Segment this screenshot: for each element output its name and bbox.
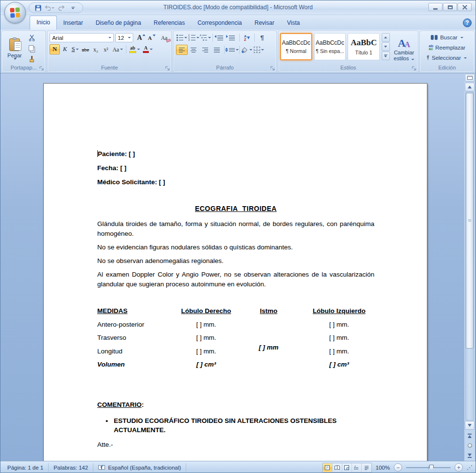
bullets-button[interactable]: [176, 33, 188, 43]
tab-insertar[interactable]: Insertar: [57, 17, 89, 30]
pilcrow-icon: ¶: [261, 34, 264, 41]
eraser-icon: [166, 39, 171, 43]
scroll-up-button[interactable]: [465, 83, 475, 91]
office-button[interactable]: [4, 2, 26, 23]
tab-correspondencia[interactable]: Correspondencia: [191, 17, 248, 30]
change-styles-button[interactable]: AA Cambiar estilos: [392, 33, 416, 64]
font-name-combobox[interactable]: Arial: [50, 33, 114, 42]
document-page[interactable]: Paciente: [ ] Fecha: [ ] Médico Solicita…: [43, 83, 427, 461]
copy-button[interactable]: [26, 44, 37, 53]
italic-button[interactable]: K: [60, 44, 70, 54]
sort-button[interactable]: AZ: [241, 33, 253, 43]
align-left-button[interactable]: [176, 45, 188, 55]
table-cell-left: [ ] mm.: [304, 321, 374, 328]
underline-button[interactable]: S: [70, 44, 80, 54]
previous-page-button[interactable]: [465, 431, 475, 440]
maximize-button[interactable]: [443, 3, 457, 11]
help-button[interactable]: ?: [463, 18, 472, 27]
styles-gallery-more-button[interactable]: [382, 52, 390, 60]
next-page-icon: [468, 454, 472, 458]
scroll-down-button[interactable]: [465, 421, 475, 430]
clear-formatting-button[interactable]: Aa: [159, 33, 169, 43]
tab-referencias[interactable]: Referencias: [147, 17, 191, 30]
ruler-toggle-button[interactable]: [465, 74, 475, 82]
web-layout-view-button[interactable]: [342, 463, 352, 472]
bold-button[interactable]: N: [50, 44, 60, 54]
font-color-button[interactable]: A: [141, 44, 154, 54]
spellcheck-icon: ✓: [98, 465, 105, 470]
zoom-out-button[interactable]: −: [394, 463, 402, 472]
zoom-level[interactable]: 100%: [376, 465, 390, 471]
increase-indent-button[interactable]: [226, 33, 238, 43]
outline-view-button[interactable]: [352, 463, 362, 472]
text-highlight-button[interactable]: ab: [128, 44, 141, 54]
scrollbar-track[interactable]: [465, 92, 474, 420]
style-titulo-1[interactable]: AaBbC Título 1: [348, 33, 379, 60]
full-screen-reading-view-button[interactable]: [333, 463, 342, 472]
numbering-button[interactable]: 1 2 3: [188, 33, 199, 43]
minimize-button[interactable]: [428, 3, 442, 11]
zoom-slider-thumb[interactable]: [429, 465, 434, 471]
zoom-in-button[interactable]: +: [455, 463, 463, 472]
select-browse-object-button[interactable]: [465, 441, 475, 450]
word-count[interactable]: Palabras: 142: [49, 463, 93, 472]
subscript-button[interactable]: x₂: [90, 44, 101, 54]
paste-label: Pegar: [7, 53, 21, 58]
next-page-button[interactable]: [465, 451, 475, 460]
align-center-button[interactable]: [188, 45, 199, 55]
group-label-portapapeles: Portapap...: [2, 64, 45, 72]
multilevel-list-icon: [200, 35, 207, 41]
paragraph-dialog-launcher[interactable]: [270, 66, 275, 71]
vertical-scrollbar: [464, 73, 475, 461]
justify-button[interactable]: [211, 45, 223, 55]
table-row-label-volumen: Volumen: [97, 361, 179, 368]
multilevel-list-button[interactable]: [199, 33, 211, 43]
tab-vista[interactable]: Vista: [281, 17, 306, 30]
align-left-icon: [179, 48, 185, 53]
paste-button[interactable]: Pegar: [3, 32, 26, 64]
bullets-dropdown-arrow: [184, 37, 187, 38]
format-painter-icon: [29, 56, 35, 63]
font-name-value: Arial: [52, 35, 63, 41]
shrink-font-button[interactable]: A: [146, 33, 156, 43]
table-row-label: Longitud: [97, 348, 179, 355]
spellcheck-status[interactable]: ✓ Español (España, tradicional): [93, 463, 186, 472]
print-layout-view-button[interactable]: [323, 463, 333, 472]
find-button[interactable]: Buscar: [423, 33, 471, 42]
tab-revisar[interactable]: Revisar: [248, 17, 281, 30]
borders-button[interactable]: [253, 45, 264, 55]
resize-grip[interactable]: [467, 465, 473, 471]
copy-icon: [29, 45, 34, 51]
tab-inicio[interactable]: Inicio: [30, 16, 57, 30]
shading-button[interactable]: [241, 45, 253, 55]
styles-scroll-up-button[interactable]: [382, 33, 390, 42]
close-button[interactable]: [458, 3, 472, 11]
cut-button[interactable]: [26, 33, 37, 43]
superscript-button[interactable]: x²: [101, 44, 111, 54]
style-normal[interactable]: AaBbCcDc ¶ Normal: [280, 33, 312, 60]
change-case-dropdown-arrow: [120, 49, 123, 50]
page-indicator[interactable]: Página: 1 de 1: [2, 463, 49, 472]
scrollbar-thumb[interactable]: [466, 93, 474, 349]
style-sin-espaciado[interactable]: AaBbCcDc ¶ Sin espa...: [314, 33, 346, 60]
select-button[interactable]: Seleccionar: [423, 53, 471, 62]
replace-button[interactable]: abac Reemplazar: [423, 43, 471, 52]
change-case-button[interactable]: Aa: [111, 44, 124, 54]
tab-diseno-de-pagina[interactable]: Diseño de página: [89, 17, 147, 30]
maximize-icon: [448, 5, 453, 9]
font-size-combobox[interactable]: 12: [115, 33, 133, 42]
format-painter-button[interactable]: [26, 54, 37, 64]
clipboard-dialog-launcher[interactable]: [39, 66, 44, 71]
grow-font-button[interactable]: A: [136, 33, 146, 43]
zoom-slider[interactable]: [406, 465, 451, 471]
show-paragraph-marks-button[interactable]: ¶: [256, 33, 268, 43]
closing-text: Atte.-: [97, 441, 374, 448]
styles-scroll-down-button[interactable]: [382, 42, 390, 51]
decrease-indent-button[interactable]: [214, 33, 226, 43]
strikethrough-button[interactable]: abe: [80, 44, 90, 54]
line-spacing-button[interactable]: [226, 45, 238, 55]
font-dialog-launcher[interactable]: [165, 66, 170, 71]
align-right-button[interactable]: [199, 45, 211, 55]
draft-view-button[interactable]: [362, 463, 371, 472]
styles-dialog-launcher[interactable]: [412, 66, 417, 71]
